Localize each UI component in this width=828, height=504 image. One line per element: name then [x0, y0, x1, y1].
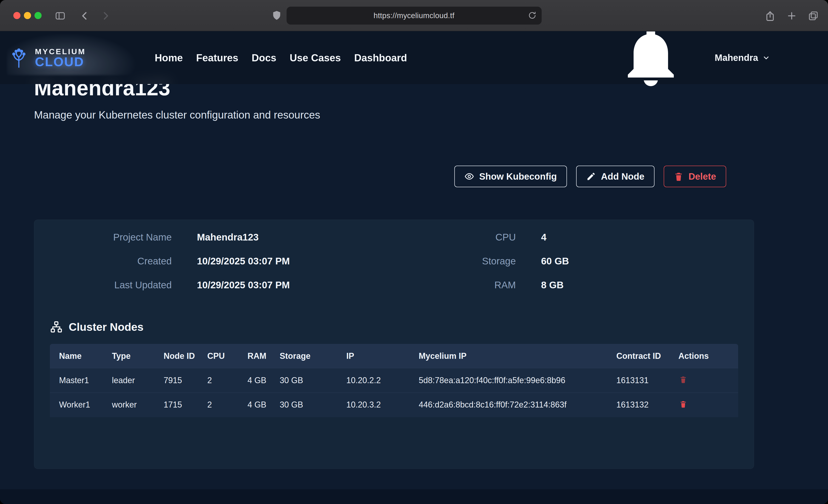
fullscreen-button[interactable]	[35, 12, 42, 19]
minimize-button[interactable]	[24, 12, 31, 19]
cluster-actions: Show Kubeconfig Add Node Delete	[454, 166, 726, 187]
delete-cluster-button[interactable]: Delete	[664, 166, 726, 187]
info-value: 60 GB	[541, 256, 569, 267]
info-value: Mahendra123	[197, 232, 258, 243]
new-tab-icon[interactable]	[786, 10, 797, 22]
cell-name: Worker1	[50, 392, 107, 417]
col-header-storage: Storage	[275, 344, 342, 368]
logo-word-cloud: CLOUD	[35, 55, 86, 68]
info-row: Project NameMahendra123	[50, 232, 394, 256]
col-header-type: Type	[107, 344, 159, 368]
info-row: CPU4	[394, 232, 738, 256]
delete-node-button[interactable]	[678, 399, 688, 409]
pencil-icon	[586, 172, 596, 181]
cell-cpu: 2	[203, 368, 243, 393]
cell-node-id: 7915	[159, 368, 203, 393]
browser-chrome: https://myceliumcloud.tf	[0, 0, 828, 31]
info-value: 10/29/2025 03:07 PM	[197, 256, 290, 267]
cluster-nodes-heading: Cluster Nodes	[50, 321, 738, 333]
nav-link-docs[interactable]: Docs	[252, 52, 277, 64]
cell-node-id: 1715	[159, 392, 203, 417]
close-button[interactable]	[13, 12, 20, 19]
network-nodes-icon	[50, 321, 63, 333]
nav-link-dashboard[interactable]: Dashboard	[354, 52, 407, 64]
traffic-lights	[13, 12, 42, 19]
col-header-ip: IP	[342, 344, 414, 368]
nav-links: HomeFeaturesDocsUse CasesDashboard	[155, 52, 407, 64]
col-header-mycelium-ip: Mycelium IP	[414, 344, 612, 368]
info-value: 8 GB	[541, 280, 564, 291]
cell-type: leader	[107, 368, 159, 393]
cluster-info: Project NameMahendra123Created10/29/2025…	[50, 232, 738, 303]
info-row: Last Updated10/29/2025 03:07 PM	[50, 280, 394, 303]
notifications-button[interactable]: 11	[616, 32, 685, 93]
share-icon[interactable]	[764, 10, 776, 22]
nav-link-home[interactable]: Home	[155, 52, 183, 64]
cell-contract-id: 1613131	[612, 368, 674, 393]
add-node-button[interactable]: Add Node	[576, 166, 655, 187]
show-kubeconfig-label: Show Kubeconfig	[479, 171, 557, 182]
address-bar[interactable]: https://myceliumcloud.tf	[287, 7, 542, 25]
privacy-shield-icon[interactable]	[272, 10, 282, 21]
cell-name: Master1	[50, 368, 107, 393]
delete-label: Delete	[689, 171, 716, 182]
col-header-name: Name	[50, 344, 107, 368]
info-value: 10/29/2025 03:07 PM	[197, 280, 290, 291]
eye-icon	[464, 172, 474, 181]
node-row: Master1leader791524 GB30 GB10.20.2.25d8:…	[50, 368, 738, 393]
logo-text: MYCELIUM CLOUD	[35, 48, 86, 68]
cell-actions	[674, 368, 738, 393]
nodes-table-head-row: NameTypeNode IDCPURAMStorageIPMycelium I…	[50, 344, 738, 368]
col-header-node-id: Node ID	[159, 344, 203, 368]
cell-cpu: 2	[203, 392, 243, 417]
url-text: https://myceliumcloud.tf	[374, 11, 455, 20]
col-header-ram: RAM	[243, 344, 275, 368]
cell-storage: 30 GB	[275, 368, 342, 393]
nodes-table: NameTypeNode IDCPURAMStorageIPMycelium I…	[50, 344, 738, 417]
user-menu[interactable]: Mahendra	[715, 53, 770, 63]
col-header-contract-id: Contract ID	[612, 344, 674, 368]
trash-icon	[674, 172, 684, 181]
delete-node-button[interactable]	[678, 375, 688, 384]
col-header-cpu: CPU	[203, 344, 243, 368]
col-header-actions: Actions	[674, 344, 738, 368]
info-value: 4	[541, 232, 546, 243]
cell-mycelium-ip: 5d8:78ea:a120:f40c:ff0f:a5fe:99e6:8b96	[414, 368, 612, 393]
forward-icon[interactable]	[100, 10, 111, 22]
user-name: Mahendra	[715, 53, 758, 63]
tab-overview-icon[interactable]	[808, 10, 819, 22]
show-kubeconfig-button[interactable]: Show Kubeconfig	[454, 166, 567, 187]
cell-ip: 10.20.2.2	[342, 368, 414, 393]
cell-ram: 4 GB	[243, 368, 275, 393]
info-label: Last Updated	[50, 280, 172, 291]
info-row: RAM8 GB	[394, 280, 738, 303]
cluster-nodes-title: Cluster Nodes	[69, 321, 143, 333]
add-node-label: Add Node	[601, 171, 645, 182]
web-page: Mahendra123	[0, 32, 828, 504]
reload-icon[interactable]	[528, 11, 537, 20]
cluster-info-right: CPU4Storage60 GBRAM8 GB	[394, 232, 738, 303]
info-row: Storage60 GB	[394, 256, 738, 280]
nav-link-use-cases[interactable]: Use Cases	[290, 52, 341, 64]
info-label: RAM	[394, 280, 516, 291]
cell-type: worker	[107, 392, 159, 417]
trash-icon	[679, 400, 687, 408]
cell-mycelium-ip: 446:d2a6:8bcd:8c16:ff0f:72e2:3114:863f	[414, 392, 612, 417]
cluster-info-left: Project NameMahendra123Created10/29/2025…	[50, 232, 394, 303]
chevron-down-icon	[762, 54, 770, 62]
cell-ip: 10.20.3.2	[342, 392, 414, 417]
cell-storage: 30 GB	[275, 392, 342, 417]
back-icon[interactable]	[79, 10, 90, 22]
sidebar-toggle-icon[interactable]	[55, 10, 66, 22]
info-label: Created	[50, 256, 172, 267]
footer-strip	[0, 489, 828, 504]
nav-link-features[interactable]: Features	[196, 52, 238, 64]
logo[interactable]: MYCELIUM CLOUD	[6, 45, 86, 70]
cluster-card: Project NameMahendra123Created10/29/2025…	[34, 220, 754, 469]
cell-contract-id: 1613132	[612, 392, 674, 417]
trash-icon	[679, 376, 687, 383]
top-navbar: MYCELIUM CLOUD HomeFeaturesDocsUse Cases…	[0, 32, 828, 84]
info-label: Project Name	[50, 232, 172, 243]
cell-ram: 4 GB	[243, 392, 275, 417]
info-row: Created10/29/2025 03:07 PM	[50, 256, 394, 280]
